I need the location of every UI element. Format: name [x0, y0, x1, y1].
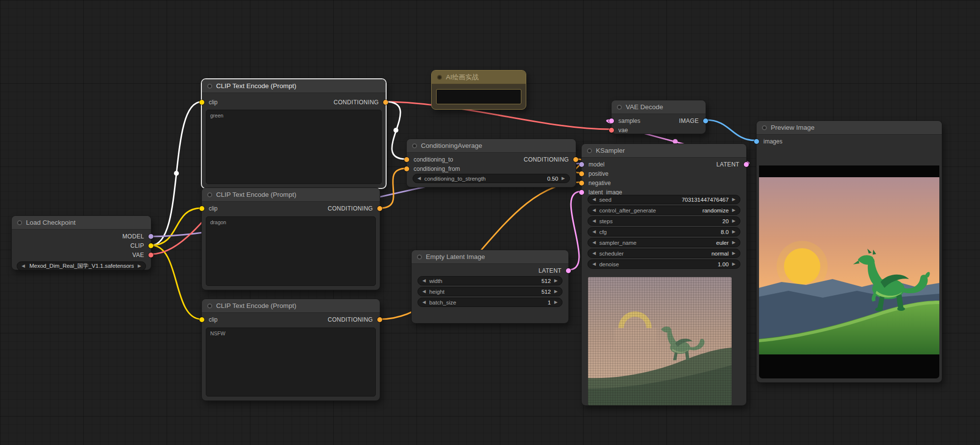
output-slot-conditioning[interactable]: CONDITIONING — [524, 156, 569, 163]
clip-input-port[interactable] — [199, 206, 204, 211]
decrement-arrow-icon[interactable]: ◀ — [422, 300, 426, 304]
images-input-port[interactable] — [754, 139, 759, 144]
increment-arrow-icon[interactable]: ▶ — [732, 230, 735, 234]
seed-widget[interactable]: ◀ seed 703131447476467 ▶ — [588, 195, 740, 204]
vae-decode-node[interactable]: VAE Decode samples IMAGE vae — [611, 100, 706, 134]
input-slot-clip[interactable]: clip — [209, 316, 218, 323]
next-value-arrow-icon[interactable]: ▶ — [138, 264, 141, 268]
increment-arrow-icon[interactable]: ▶ — [732, 240, 735, 245]
input-slot-images[interactable]: images — [757, 137, 942, 146]
collapse-dot-icon[interactable] — [17, 220, 22, 225]
link-midpoint-dot[interactable] — [174, 171, 179, 176]
positive-input-port[interactable] — [579, 171, 584, 176]
clip-text-encode-green-node[interactable]: CLIP Text Encode (Prompt) clip CONDITION… — [201, 79, 386, 188]
output-slot-latent[interactable]: LATENT — [716, 161, 739, 168]
sampler-name-widget[interactable]: ◀ sampler_name euler ▶ — [588, 238, 740, 247]
decrement-arrow-icon[interactable]: ◀ — [592, 251, 596, 256]
input-slot-clip[interactable]: clip — [209, 205, 218, 212]
width-widget[interactable]: ◀ width 512 ▶ — [417, 276, 563, 285]
clip-output-port[interactable] — [148, 243, 153, 248]
prompt-textarea[interactable]: NSFW — [206, 328, 376, 397]
decrement-arrow-icon[interactable]: ◀ — [422, 289, 426, 294]
decrement-arrow-icon[interactable]: ◀ — [592, 240, 596, 245]
clip-input-port[interactable] — [199, 317, 204, 322]
conditioning-output-port[interactable] — [573, 157, 578, 162]
node-titlebar[interactable]: ConditioningAverage — [407, 139, 576, 153]
increment-arrow-icon[interactable]: ▶ — [554, 289, 558, 294]
latent-output-port[interactable] — [744, 162, 749, 167]
preview-image-node[interactable]: Preview Image images — [756, 120, 942, 383]
collapse-dot-icon[interactable] — [437, 75, 442, 80]
wire-latent-to-ksampler[interactable] — [569, 191, 581, 270]
samples-input-port[interactable] — [609, 118, 614, 123]
vae-output-port[interactable] — [148, 253, 153, 258]
input-slot-conditioning-to[interactable]: conditioning_to — [414, 156, 453, 163]
input-slot-positive[interactable]: positive — [582, 169, 746, 178]
collapse-dot-icon[interactable] — [587, 148, 592, 153]
input-slot-negative[interactable]: negative — [582, 178, 746, 187]
steps-widget[interactable]: ◀ steps 20 ▶ — [588, 216, 740, 226]
input-slot-model[interactable]: model — [588, 161, 605, 168]
input-slot-conditioning-from[interactable]: conditioning_from — [407, 164, 576, 173]
collapse-dot-icon[interactable] — [207, 304, 212, 308]
collapse-dot-icon[interactable] — [412, 143, 417, 148]
wire-clip-to-encode-nsfw[interactable] — [151, 245, 201, 319]
clip-input-port[interactable] — [199, 100, 204, 105]
negative-input-port[interactable] — [579, 181, 584, 186]
node-graph-canvas[interactable]: Load Checkpoint MODEL CLIP VAE ◀ Mexod_D… — [0, 0, 980, 445]
denoise-widget[interactable]: ◀ denoise 1.00 ▶ — [588, 259, 740, 269]
input-slot-clip[interactable]: clip — [209, 99, 218, 106]
increment-arrow-icon[interactable]: ▶ — [554, 300, 558, 304]
load-checkpoint-node[interactable]: Load Checkpoint MODEL CLIP VAE ◀ Mexod_D… — [11, 215, 151, 270]
node-titlebar[interactable]: KSampler — [582, 144, 746, 158]
clip-text-encode-nsfw-node[interactable]: CLIP Text Encode (Prompt) clip CONDITION… — [201, 299, 380, 401]
decrement-arrow-icon[interactable]: ◀ — [592, 262, 596, 266]
increment-arrow-icon[interactable]: ▶ — [732, 262, 735, 266]
conditioning-output-port[interactable] — [383, 100, 388, 105]
decrement-arrow-icon[interactable]: ◀ — [592, 230, 596, 234]
empty-latent-image-node[interactable]: Empty Latent Image LATENT ◀ width 512 ▶ … — [411, 250, 569, 324]
latent-output-port[interactable] — [566, 268, 571, 273]
output-slot-conditioning[interactable]: CONDITIONING — [328, 316, 373, 323]
input-slot-samples[interactable]: samples — [618, 117, 640, 124]
collapse-dot-icon[interactable] — [617, 105, 622, 110]
node-titlebar[interactable]: VAE Decode — [612, 100, 706, 114]
model-output-port[interactable] — [148, 234, 153, 239]
conditioning-output-port[interactable] — [377, 206, 382, 211]
decrement-arrow-icon[interactable]: ◀ — [422, 279, 426, 283]
decrement-arrow-icon[interactable]: ◀ — [592, 219, 596, 223]
note-node[interactable]: AI绘画实战 — [431, 70, 526, 110]
ksampler-node[interactable]: KSampler model LATENT positive negative … — [581, 143, 747, 406]
latent-image-input-port[interactable] — [579, 190, 584, 195]
output-slot-conditioning[interactable]: CONDITIONING — [328, 205, 373, 212]
prompt-textarea[interactable]: green — [206, 110, 382, 184]
decrement-arrow-icon[interactable]: ◀ — [417, 176, 421, 181]
decrement-arrow-icon[interactable]: ◀ — [592, 197, 596, 202]
collapse-dot-icon[interactable] — [417, 255, 422, 259]
prev-value-arrow-icon[interactable]: ◀ — [22, 264, 25, 268]
conditioning-from-input-port[interactable] — [404, 166, 409, 171]
conditioning-average-node[interactable]: ConditioningAverage conditioning_to COND… — [406, 139, 576, 187]
link-midpoint-dot[interactable] — [393, 128, 398, 133]
wire-image-to-preview[interactable] — [706, 120, 756, 141]
node-titlebar[interactable]: Load Checkpoint — [12, 216, 151, 230]
node-titlebar[interactable]: CLIP Text Encode (Prompt) — [202, 188, 380, 202]
model-input-port[interactable] — [579, 162, 584, 167]
increment-arrow-icon[interactable]: ▶ — [732, 251, 735, 256]
decrement-arrow-icon[interactable]: ◀ — [592, 208, 596, 212]
collapse-dot-icon[interactable] — [207, 84, 212, 89]
increment-arrow-icon[interactable]: ▶ — [732, 219, 735, 223]
increment-arrow-icon[interactable]: ▶ — [732, 197, 735, 202]
note-textarea[interactable] — [436, 89, 521, 104]
collapse-dot-icon[interactable] — [207, 192, 212, 197]
scheduler-widget[interactable]: ◀ scheduler normal ▶ — [588, 249, 740, 258]
conditioning-output-port[interactable] — [377, 317, 382, 322]
node-titlebar[interactable]: Empty Latent Image — [412, 250, 568, 264]
node-titlebar[interactable]: CLIP Text Encode (Prompt) — [202, 79, 386, 93]
node-titlebar[interactable]: AI绘画实战 — [432, 70, 526, 84]
prompt-textarea[interactable]: dragon — [206, 216, 376, 286]
batch-size-widget[interactable]: ◀ batch_size 1 ▶ — [417, 298, 563, 307]
node-titlebar[interactable]: CLIP Text Encode (Prompt) — [202, 299, 380, 313]
control-after-generate-widget[interactable]: ◀ control_after_generate randomize ▶ — [588, 206, 740, 215]
input-slot-vae[interactable]: vae — [612, 125, 706, 135]
